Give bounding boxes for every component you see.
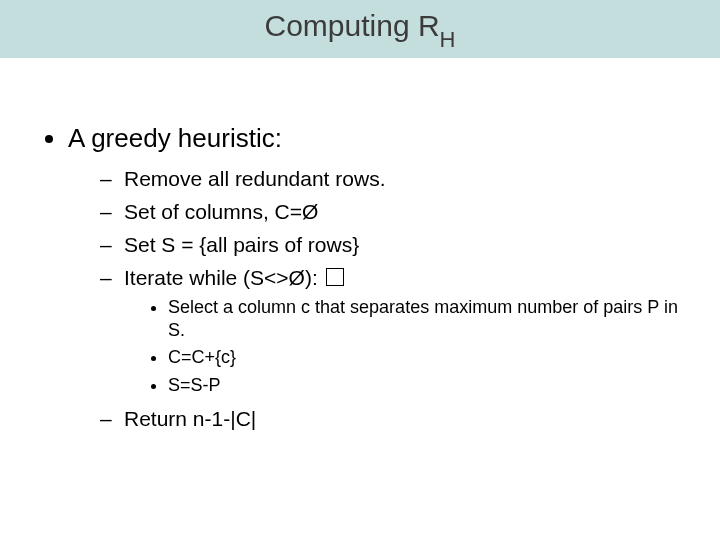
bullet-list-level-3: Select a column c that separates maximum… bbox=[124, 296, 680, 398]
slide-body: A greedy heuristic: Remove all redundant… bbox=[0, 58, 720, 433]
lvl2-text: Remove all redundant rows. bbox=[124, 167, 385, 190]
placeholder-glyph-icon bbox=[326, 268, 345, 287]
list-item: Iterate while (S<>Ø): Select a column c … bbox=[100, 264, 680, 397]
slide-title: Computing RH bbox=[265, 9, 456, 49]
lvl3-text: C=C+{c} bbox=[168, 347, 236, 367]
title-bar: Computing RH bbox=[0, 0, 720, 58]
lvl2-text: Return n-1-|C| bbox=[124, 407, 256, 430]
lvl1-text: A greedy heuristic: bbox=[68, 123, 282, 153]
title-main: Computing R bbox=[265, 9, 440, 42]
list-item: A greedy heuristic: Remove all redundant… bbox=[68, 122, 680, 433]
bullet-list-level-2: Remove all redundant rows. Set of column… bbox=[68, 165, 680, 433]
title-subscript: H bbox=[440, 27, 456, 52]
list-item: Remove all redundant rows. bbox=[100, 165, 680, 192]
list-item: Return n-1-|C| bbox=[100, 405, 680, 432]
list-item: S=S-P bbox=[168, 374, 680, 397]
lvl2-text: Iterate while (S<>Ø): bbox=[124, 266, 324, 289]
list-item: Set S = {all pairs of rows} bbox=[100, 231, 680, 258]
lvl3-text: S=S-P bbox=[168, 375, 221, 395]
bullet-list-level-1: A greedy heuristic: Remove all redundant… bbox=[40, 122, 680, 433]
list-item: C=C+{c} bbox=[168, 346, 680, 369]
list-item: Set of columns, C=Ø bbox=[100, 198, 680, 225]
lvl3-text: Select a column c that separates maximum… bbox=[168, 297, 678, 340]
lvl2-text: Set S = {all pairs of rows} bbox=[124, 233, 359, 256]
list-item: Select a column c that separates maximum… bbox=[168, 296, 680, 343]
lvl2-text: Set of columns, C=Ø bbox=[124, 200, 318, 223]
